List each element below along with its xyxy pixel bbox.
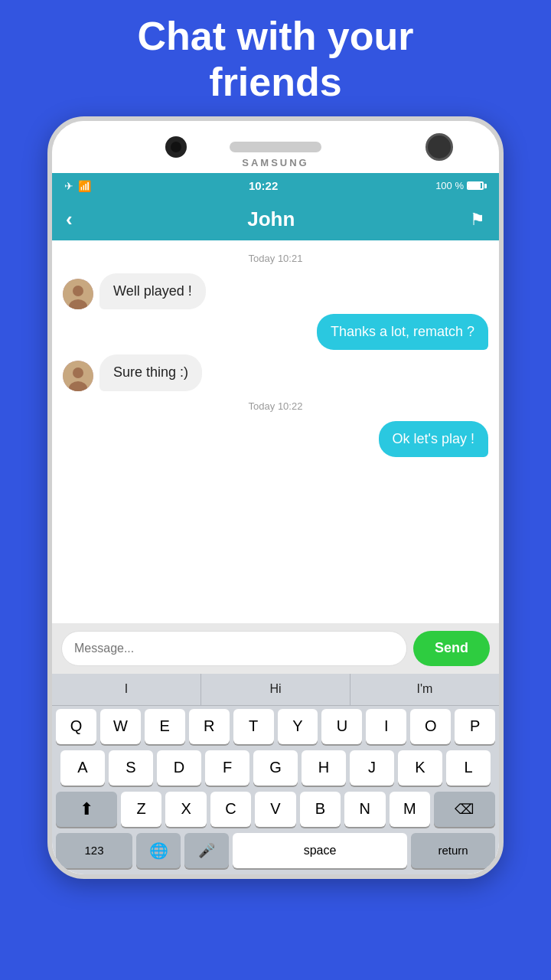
keyboard-row-bottom: 123 🌐 🎤 space return xyxy=(52,830,499,874)
message-row-received-2: Sure thing :) xyxy=(63,354,488,390)
chat-body: Today 10:21 Well played ! Thanks a lot, … xyxy=(52,240,499,623)
phone-shell: SAMSUNG ✈ 📶 10:22 100 % ‹ John ⚑ Today 1… xyxy=(47,116,504,879)
key-m[interactable]: M xyxy=(390,792,430,827)
status-time: 10:22 xyxy=(249,179,278,192)
front-camera-right xyxy=(425,133,453,161)
send-button[interactable]: Send xyxy=(413,631,490,666)
battery-icon xyxy=(467,181,487,190)
keyboard-row-2: A S D F G H J K L xyxy=(52,747,499,789)
key-mic[interactable]: 🎤 xyxy=(184,833,229,868)
key-r[interactable]: R xyxy=(189,709,230,744)
suggestion-i[interactable]: I xyxy=(52,674,201,705)
key-g[interactable]: G xyxy=(253,750,298,786)
suggestion-im[interactable]: I'm xyxy=(350,674,499,705)
key-a[interactable]: A xyxy=(60,750,105,786)
bubble-sent-1: Thanks a lot, rematch ? xyxy=(317,314,488,350)
suggestion-hi[interactable]: Hi xyxy=(201,674,350,705)
message-input-area: Send xyxy=(52,623,499,674)
key-i[interactable]: I xyxy=(366,709,406,744)
brand-label: SAMSUNG xyxy=(242,157,308,168)
key-globe[interactable]: 🌐 xyxy=(136,833,181,868)
key-123[interactable]: 123 xyxy=(56,833,132,868)
avatar-received-1 xyxy=(63,279,93,309)
key-t[interactable]: T xyxy=(233,709,274,744)
shift-key[interactable]: ⬆ xyxy=(56,792,117,827)
bubble-received-1: Well played ! xyxy=(99,273,206,309)
keyboard: I Hi I'm Q W E R T Y U I O P A S D xyxy=(52,674,499,874)
message-row-sent-2: Ok let's play ! xyxy=(63,421,488,457)
key-f[interactable]: F xyxy=(205,750,249,786)
key-k[interactable]: K xyxy=(398,750,442,786)
key-y[interactable]: Y xyxy=(278,709,318,744)
bubble-sent-2: Ok let's play ! xyxy=(379,421,488,457)
key-z[interactable]: Z xyxy=(121,792,161,827)
timestamp-1: Today 10:21 xyxy=(63,253,488,264)
phone-top: SAMSUNG xyxy=(52,121,499,173)
key-e[interactable]: E xyxy=(145,709,185,744)
wifi-icon: 📶 xyxy=(78,180,91,192)
status-left-icons: ✈ 📶 xyxy=(64,180,91,192)
key-b[interactable]: B xyxy=(300,792,341,827)
flag-icon[interactable]: ⚑ xyxy=(470,210,485,230)
key-q[interactable]: Q xyxy=(56,709,96,744)
status-bar: ✈ 📶 10:22 100 % xyxy=(52,173,499,199)
header-line1: Chat with your xyxy=(137,14,413,58)
backspace-key[interactable]: ⌫ xyxy=(434,792,495,827)
key-n[interactable]: N xyxy=(344,792,385,827)
svg-point-1 xyxy=(73,286,83,296)
front-camera-left xyxy=(165,136,187,158)
avatar-received-2 xyxy=(63,361,93,391)
keyboard-row-3: ⬆ Z X C V B N M ⌫ xyxy=(52,789,499,830)
key-j[interactable]: J xyxy=(350,750,394,786)
contact-name: John xyxy=(247,207,295,231)
key-d[interactable]: D xyxy=(157,750,201,786)
key-s[interactable]: S xyxy=(109,750,153,786)
key-c[interactable]: C xyxy=(210,792,251,827)
airplane-icon: ✈ xyxy=(64,180,73,192)
svg-point-4 xyxy=(73,368,83,378)
page-header: Chat with your friends xyxy=(0,0,551,116)
keyboard-suggestions: I Hi I'm xyxy=(52,674,499,706)
key-u[interactable]: U xyxy=(321,709,362,744)
key-l[interactable]: L xyxy=(446,750,491,786)
chat-header: ‹ John ⚑ xyxy=(52,199,499,240)
key-p[interactable]: P xyxy=(455,709,495,744)
timestamp-2: Today 10:22 xyxy=(63,400,488,412)
key-return[interactable]: return xyxy=(411,833,495,868)
message-input[interactable] xyxy=(61,631,407,666)
message-row-sent-1: Thanks a lot, rematch ? xyxy=(63,314,488,350)
key-x[interactable]: X xyxy=(165,792,206,827)
key-h[interactable]: H xyxy=(302,750,346,786)
key-space[interactable]: space xyxy=(233,833,407,868)
back-button[interactable]: ‹ xyxy=(66,207,73,231)
key-w[interactable]: W xyxy=(100,709,141,744)
key-v[interactable]: V xyxy=(255,792,295,827)
header-line2: friends xyxy=(209,60,341,104)
message-row-received-1: Well played ! xyxy=(63,273,488,309)
bubble-received-2: Sure thing :) xyxy=(99,354,202,390)
key-o[interactable]: O xyxy=(410,709,451,744)
keyboard-row-1: Q W E R T Y U I O P xyxy=(52,706,499,747)
battery-percent: 100 % xyxy=(435,180,464,191)
status-right-icons: 100 % xyxy=(435,180,487,191)
speaker xyxy=(230,142,321,152)
